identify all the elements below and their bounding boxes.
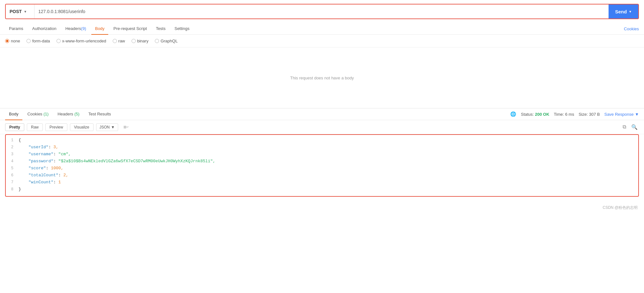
size-label: Size: 307 B <box>579 112 600 117</box>
json-line: 7 "winCount": 1 <box>6 179 638 187</box>
status-value: 200 OK <box>535 112 549 117</box>
radio-urlencoded <box>57 39 61 43</box>
size-value: 307 B <box>589 112 600 117</box>
json-line: 8} <box>6 187 638 194</box>
radio-form-data <box>27 39 31 43</box>
resp-tab-body[interactable]: Body <box>5 108 22 120</box>
radio-graphql <box>155 39 159 43</box>
format-preview-button[interactable]: Preview <box>45 123 67 131</box>
line-content: { <box>19 138 638 143</box>
resp-tab-test-results[interactable]: Test Results <box>85 108 115 120</box>
resp-tab-cookies[interactable]: Cookies (1) <box>24 108 52 120</box>
line-number: 3 <box>6 152 19 157</box>
line-number: 8 <box>6 187 19 192</box>
response-meta: 🌐 Status: 200 OK Time: 6 ms Size: 307 B … <box>510 111 639 117</box>
line-number: 5 <box>6 166 19 171</box>
line-content: "username": "cm", <box>19 152 638 157</box>
no-body-message: This request does not have a body <box>290 76 354 80</box>
line-content: } <box>19 187 638 192</box>
tab-settings[interactable]: Settings <box>170 23 193 35</box>
json-response-area: 1{2 "userId": 3,3 "username": "cm",4 "pa… <box>5 134 639 197</box>
json-line: 1{ <box>6 137 638 144</box>
response-tabs-bar: Body Cookies (1) Headers (5) Test Result… <box>0 108 644 120</box>
line-content: "winCount": 1 <box>19 180 638 185</box>
radio-raw <box>113 39 117 43</box>
json-line: 2 "userId": 3, <box>6 144 638 151</box>
tab-body[interactable]: Body <box>91 23 109 35</box>
line-content: "totalCount": 2, <box>19 173 638 178</box>
send-button[interactable]: Send ▼ <box>609 4 638 18</box>
body-types-row: none form-data x-www-form-urlencoded raw… <box>0 35 644 48</box>
body-type-raw[interactable]: raw <box>113 39 125 43</box>
line-number: 1 <box>6 138 19 143</box>
format-row: Pretty Raw Preview Visualize JSON ▼ ≡↩ ⧉… <box>0 120 644 134</box>
json-line: 3 "username": "cm", <box>6 151 638 158</box>
format-row-right: ⧉ 🔍 <box>621 123 639 131</box>
json-line: 6 "totalCount": 2, <box>6 172 638 179</box>
body-type-binary[interactable]: binary <box>132 39 148 43</box>
format-pretty-button[interactable]: Pretty <box>5 123 24 131</box>
tab-params[interactable]: Params <box>5 23 27 35</box>
format-visualize-button[interactable]: Visualize <box>70 123 94 131</box>
line-number: 4 <box>6 159 19 164</box>
request-tabs: Params Authorization Headers(9) Body Pre… <box>0 23 644 35</box>
tab-tests[interactable]: Tests <box>152 23 169 35</box>
method-label: POST <box>10 9 22 14</box>
tab-authorization[interactable]: Authorization <box>28 23 60 35</box>
line-content: "score": 1000, <box>19 166 638 171</box>
body-type-urlencoded[interactable]: x-www-form-urlencoded <box>57 39 106 43</box>
save-resp-chevron-icon: ▼ <box>635 112 639 117</box>
url-bar: POST ▼ Send ▼ <box>5 4 639 19</box>
no-body-area: This request does not have a body <box>0 48 644 108</box>
headers-count-badge: (5) <box>74 112 80 116</box>
format-type-label: JSON <box>100 125 110 129</box>
status-label: Status: 200 OK <box>521 112 549 117</box>
response-section: Body Cookies (1) Headers (5) Test Result… <box>0 108 644 197</box>
cookies-link[interactable]: Cookies <box>624 26 639 31</box>
resp-tab-headers[interactable]: Headers (5) <box>54 108 83 120</box>
url-input[interactable] <box>34 4 609 18</box>
line-content: "userId": 3, <box>19 145 638 150</box>
send-chevron-icon: ▼ <box>629 10 632 13</box>
format-type-chevron-icon: ▼ <box>111 125 115 129</box>
json-lines-container: 1{2 "userId": 3,3 "username": "cm",4 "pa… <box>6 135 638 196</box>
body-type-graphql[interactable]: GraphQL <box>155 39 178 43</box>
copy-icon[interactable]: ⧉ <box>621 123 627 131</box>
globe-icon[interactable]: 🌐 <box>510 111 516 117</box>
line-content: "password": "$2a$10$Bs4wNEkledVlGZa6wSfX… <box>19 159 638 164</box>
format-raw-button[interactable]: Raw <box>27 123 43 131</box>
method-chevron-icon: ▼ <box>24 10 27 13</box>
body-type-form-data[interactable]: form-data <box>27 39 50 43</box>
body-type-none[interactable]: none <box>5 39 20 43</box>
time-label: Time: 6 ms <box>554 112 574 117</box>
watermark: CSDN @粉色的志明 <box>0 202 644 214</box>
headers-badge: (9) <box>81 26 86 31</box>
cookies-count-badge: (1) <box>43 112 49 116</box>
json-line: 5 "score": 1000, <box>6 165 638 172</box>
method-select[interactable]: POST ▼ <box>6 4 34 18</box>
line-number: 7 <box>6 180 19 185</box>
time-value: 6 ms <box>565 112 574 117</box>
tab-headers[interactable]: Headers(9) <box>62 23 90 35</box>
line-number: 2 <box>6 145 19 150</box>
send-label: Send <box>615 9 627 14</box>
line-number: 6 <box>6 173 19 178</box>
wrap-icon[interactable]: ≡↩ <box>121 123 131 131</box>
json-line: 4 "password": "$2a$10$Bs4wNEkledVlGZa6wS… <box>6 158 638 165</box>
save-response-button[interactable]: Save Response ▼ <box>604 112 639 117</box>
radio-none <box>5 39 9 43</box>
tab-pre-request[interactable]: Pre-request Script <box>110 23 151 35</box>
radio-binary <box>132 39 136 43</box>
format-type-select[interactable]: JSON ▼ <box>96 123 118 131</box>
search-icon[interactable]: 🔍 <box>630 123 639 131</box>
